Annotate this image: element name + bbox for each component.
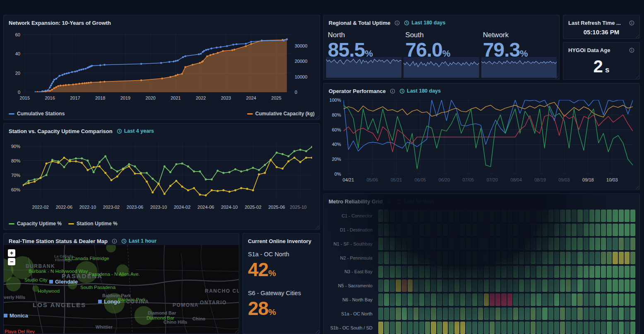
heatmap-cell[interactable] (595, 266, 600, 278)
heatmap-cell[interactable] (413, 266, 418, 278)
heatmap-cell[interactable] (466, 210, 471, 222)
heatmap-cell[interactable] (525, 308, 530, 320)
heatmap-cell[interactable] (396, 293, 401, 306)
heatmap-cell[interactable] (396, 266, 401, 278)
heatmap-cell[interactable] (619, 308, 624, 320)
heatmap-cell[interactable] (390, 252, 395, 264)
heatmap-cell[interactable] (548, 308, 553, 320)
heatmap-cell[interactable] (560, 293, 565, 306)
heatmap-cell[interactable] (619, 252, 624, 264)
heatmap-cell[interactable] (484, 308, 489, 320)
heatmap-cell[interactable] (501, 293, 506, 306)
heatmap-cell[interactable] (490, 293, 495, 306)
map-label-dealer[interactable]: Longo (98, 298, 120, 305)
heatmap-cell[interactable] (607, 322, 612, 334)
heatmap-cell[interactable] (437, 322, 442, 334)
heatmap-cell[interactable] (413, 252, 418, 264)
heatmap-cell[interactable] (419, 308, 424, 320)
heatmap-cell[interactable] (542, 224, 547, 236)
heatmap-cell[interactable] (413, 279, 418, 292)
heatmap-cell[interactable] (507, 238, 512, 250)
heatmap-cell[interactable] (402, 308, 407, 320)
heatmap-cell[interactable] (390, 266, 395, 278)
heatmap-cell[interactable] (402, 293, 407, 306)
heatmap-cell[interactable] (577, 322, 582, 334)
map-label-dealer[interactable]: Glendale (49, 279, 78, 285)
heatmap-cell[interactable] (595, 210, 600, 222)
heatmap-cell[interactable] (413, 210, 418, 222)
heatmap-cell[interactable] (466, 252, 471, 264)
heatmap-cell[interactable] (519, 224, 524, 236)
panel-header[interactable]: HYGOi Data Age (563, 43, 639, 54)
heatmap-cell[interactable] (437, 293, 442, 306)
heatmap-cell[interactable] (625, 252, 630, 264)
heatmap-cell[interactable] (560, 210, 565, 222)
heatmap-cell[interactable] (390, 279, 395, 292)
heatmap-cell[interactable] (384, 308, 389, 320)
info-icon[interactable] (629, 20, 634, 26)
heatmap-cell[interactable] (607, 252, 612, 264)
heatmap-cell[interactable] (531, 210, 536, 222)
heatmap-cell[interactable] (408, 279, 413, 292)
heatmap-cell[interactable] (613, 293, 618, 306)
heatmap-cell[interactable] (542, 210, 547, 222)
heatmap-cell[interactable] (478, 293, 483, 306)
map-label-alert[interactable]: Playa Del Rey (5, 329, 35, 334)
heatmap-cell[interactable] (425, 266, 430, 278)
heatmap-cell[interactable] (589, 279, 594, 292)
heatmap-cell[interactable] (531, 224, 536, 236)
heatmap-cell[interactable] (437, 224, 442, 236)
heatmap-cell[interactable] (513, 308, 518, 320)
heatmap-cell[interactable] (613, 238, 618, 250)
heatmap-cell[interactable] (396, 279, 401, 292)
heatmap-cell[interactable] (536, 279, 541, 292)
heatmap-cell[interactable] (384, 266, 389, 278)
map-label-dealer[interactable]: Monica (4, 313, 28, 319)
heatmap-cell[interactable] (413, 224, 418, 236)
heatmap-cell[interactable] (460, 210, 465, 222)
heatmap-cell[interactable] (554, 224, 559, 236)
heatmap-cell[interactable] (542, 252, 547, 264)
heatmap-cell[interactable] (572, 322, 577, 334)
heatmap-cell[interactable] (378, 224, 383, 236)
panel-resize-handle[interactable] (314, 114, 319, 119)
heatmap-cell[interactable] (525, 293, 530, 306)
heatmap-cell[interactable] (384, 210, 389, 222)
heatmap-cell[interactable] (449, 322, 454, 334)
heatmap-cell[interactable] (402, 252, 407, 264)
heatmap-cell[interactable] (548, 210, 553, 222)
heatmap-cell[interactable] (501, 322, 506, 334)
heatmap-cell[interactable] (548, 322, 553, 334)
heatmap-cell[interactable] (507, 308, 512, 320)
heatmap-cell[interactable] (560, 308, 565, 320)
heatmap-cell[interactable] (437, 238, 442, 250)
heatmap-cell[interactable] (396, 252, 401, 264)
heatmap-cell[interactable] (601, 279, 606, 292)
heatmap-cell[interactable] (513, 279, 518, 292)
heatmap-cell[interactable] (460, 279, 465, 292)
heatmap-cell[interactable] (490, 279, 495, 292)
heatmap-cell[interactable] (577, 238, 582, 250)
heatmap-cell[interactable] (613, 252, 618, 264)
heatmap-cell[interactable] (472, 266, 477, 278)
heatmap-cell[interactable] (396, 238, 401, 250)
heatmap-cell[interactable] (513, 266, 518, 278)
heatmap-cell[interactable] (542, 293, 547, 306)
heatmap-cell[interactable] (525, 238, 530, 250)
heatmap-cell[interactable] (577, 279, 582, 292)
heatmap-cell[interactable] (589, 293, 594, 306)
heatmap-cell[interactable] (378, 279, 383, 292)
heatmap-cell[interactable] (589, 224, 594, 236)
heatmap-cell[interactable] (419, 279, 424, 292)
heatmap-cell[interactable] (437, 252, 442, 264)
heatmap-cell[interactable] (507, 293, 512, 306)
map-label-station[interactable]: Pasadena - N Allen Ave. (89, 272, 140, 277)
heatmap-cell[interactable] (607, 224, 612, 236)
heatmap-cell[interactable] (625, 266, 630, 278)
heatmap-cell[interactable] (484, 279, 489, 292)
heatmap-cell[interactable] (507, 266, 512, 278)
heatmap-cell[interactable] (595, 224, 600, 236)
heatmap-cell[interactable] (408, 266, 413, 278)
heatmap-cell[interactable] (390, 224, 395, 236)
heatmap-cell[interactable] (572, 252, 577, 264)
